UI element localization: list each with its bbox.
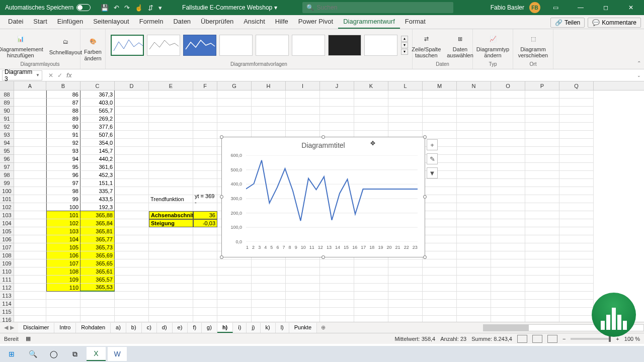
cell[interactable] bbox=[115, 90, 149, 99]
cell[interactable] bbox=[457, 243, 491, 251]
tab-format[interactable]: Format bbox=[400, 15, 431, 29]
cell[interactable]: 91 bbox=[46, 131, 80, 139]
tab-formeln[interactable]: Formeln bbox=[134, 15, 169, 29]
cell[interactable] bbox=[388, 107, 423, 115]
cell[interactable] bbox=[286, 276, 320, 284]
cell[interactable] bbox=[286, 308, 320, 316]
cell[interactable] bbox=[115, 211, 149, 219]
cell[interactable] bbox=[423, 115, 457, 123]
cell[interactable]: 108 bbox=[46, 267, 80, 276]
cell[interactable] bbox=[115, 195, 149, 203]
cell[interactable] bbox=[14, 171, 46, 179]
cell[interactable] bbox=[252, 284, 286, 292]
cell[interactable]: 365,81 bbox=[80, 227, 115, 235]
cell[interactable] bbox=[115, 139, 149, 147]
cell[interactable]: 89 bbox=[46, 115, 80, 123]
cell[interactable] bbox=[525, 115, 559, 123]
cell[interactable] bbox=[149, 235, 193, 243]
col-header[interactable]: O bbox=[491, 81, 525, 90]
cell[interactable] bbox=[457, 259, 491, 267]
cell[interactable] bbox=[423, 284, 457, 292]
cell[interactable] bbox=[491, 155, 525, 163]
cell[interactable] bbox=[457, 115, 491, 123]
row-header[interactable]: 102 bbox=[0, 203, 14, 211]
cancel-formula-icon[interactable]: ✕ bbox=[47, 72, 54, 79]
name-box[interactable]: Diagramm 3▼ bbox=[2, 70, 42, 80]
tab-diagrammentwurf[interactable]: Diagrammentwurf bbox=[338, 15, 400, 29]
cell[interactable] bbox=[559, 243, 594, 251]
cell[interactable] bbox=[217, 259, 252, 267]
cell[interactable] bbox=[115, 227, 149, 235]
cell[interactable] bbox=[115, 115, 149, 123]
cell[interactable] bbox=[491, 203, 525, 211]
sheet-tab[interactable]: k) bbox=[261, 323, 276, 333]
col-header[interactable]: F bbox=[193, 81, 217, 90]
cell[interactable] bbox=[525, 139, 559, 147]
cell[interactable] bbox=[149, 99, 193, 107]
cell[interactable] bbox=[423, 276, 457, 284]
sheet-tab[interactable]: Disclaimer bbox=[18, 323, 54, 333]
cell[interactable]: Achsenabschnitt bbox=[149, 211, 193, 219]
cell[interactable] bbox=[252, 123, 286, 131]
cell[interactable]: 106 bbox=[46, 251, 80, 259]
chart-filter-icon[interactable]: ▼ bbox=[427, 167, 438, 178]
cell[interactable] bbox=[491, 139, 525, 147]
minimize-icon[interactable]: — bbox=[571, 0, 591, 15]
cell[interactable] bbox=[457, 211, 491, 219]
resize-handle[interactable] bbox=[220, 135, 223, 139]
cell[interactable] bbox=[14, 123, 46, 131]
cell[interactable] bbox=[388, 292, 423, 300]
change-colors-button[interactable]: 🎨Farben ändern bbox=[82, 34, 104, 62]
cell[interactable] bbox=[559, 308, 594, 316]
cell[interactable] bbox=[559, 155, 594, 163]
cell[interactable] bbox=[388, 300, 423, 308]
cell[interactable] bbox=[491, 235, 525, 243]
cell[interactable] bbox=[354, 123, 388, 131]
row-header[interactable]: 106 bbox=[0, 235, 14, 243]
cell[interactable] bbox=[193, 115, 217, 123]
cell[interactable] bbox=[115, 179, 149, 187]
cell[interactable] bbox=[491, 115, 525, 123]
cell[interactable] bbox=[559, 203, 594, 211]
cell[interactable] bbox=[193, 267, 217, 276]
cell[interactable] bbox=[46, 308, 80, 316]
cell[interactable] bbox=[149, 171, 193, 179]
cell[interactable]: 92 bbox=[46, 139, 80, 147]
cell[interactable] bbox=[423, 300, 457, 308]
cell[interactable] bbox=[252, 316, 286, 322]
cell[interactable] bbox=[14, 243, 46, 251]
cell[interactable]: 354,0 bbox=[80, 139, 115, 147]
zoom-out-icon[interactable]: − bbox=[562, 336, 566, 342]
cell[interactable] bbox=[193, 259, 217, 267]
cell[interactable] bbox=[14, 155, 46, 163]
cell[interactable] bbox=[14, 292, 46, 300]
cell[interactable] bbox=[115, 251, 149, 259]
cell[interactable] bbox=[457, 139, 491, 147]
cell[interactable]: 36 bbox=[193, 211, 217, 219]
cell[interactable] bbox=[193, 308, 217, 316]
cell[interactable]: 93 bbox=[46, 147, 80, 155]
sheet-tab[interactable]: Punkte bbox=[289, 323, 317, 333]
sheet-tab[interactable]: e) bbox=[173, 323, 188, 333]
chart-style-5[interactable] bbox=[256, 35, 289, 56]
cell[interactable] bbox=[286, 292, 320, 300]
cell[interactable] bbox=[149, 251, 193, 259]
cell[interactable] bbox=[423, 235, 457, 243]
cell[interactable]: 102 bbox=[46, 219, 80, 227]
undo-icon[interactable]: ↶ bbox=[114, 4, 119, 12]
cell[interactable] bbox=[14, 276, 46, 284]
cell[interactable] bbox=[559, 227, 594, 235]
col-header[interactable]: H bbox=[252, 81, 286, 90]
cell[interactable] bbox=[525, 179, 559, 187]
cell[interactable] bbox=[46, 292, 80, 300]
cell[interactable] bbox=[457, 147, 491, 155]
cell[interactable] bbox=[149, 316, 193, 322]
cell[interactable] bbox=[14, 107, 46, 115]
cell[interactable] bbox=[525, 276, 559, 284]
cell[interactable] bbox=[525, 195, 559, 203]
resize-handle[interactable] bbox=[423, 195, 427, 199]
cell[interactable] bbox=[115, 203, 149, 211]
cell[interactable] bbox=[423, 259, 457, 267]
cell[interactable] bbox=[525, 308, 559, 316]
cell[interactable] bbox=[457, 179, 491, 187]
